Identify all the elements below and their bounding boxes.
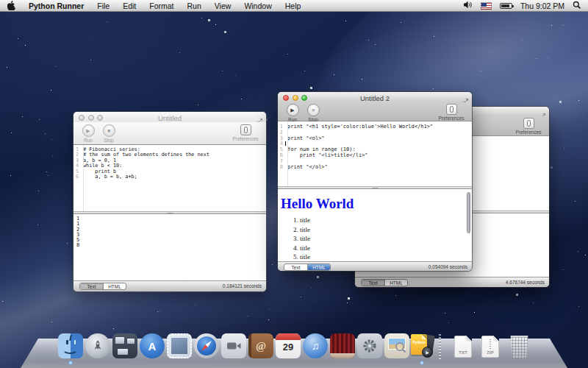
output-pane: 1 1 2 3 5 8 bbox=[74, 214, 266, 280]
spotlight-icon[interactable] bbox=[573, 1, 581, 11]
apple-menu-icon[interactable] bbox=[0, 1, 22, 10]
segment-text[interactable]: Text bbox=[284, 264, 307, 270]
preferences-icon bbox=[240, 124, 251, 135]
play-icon: ▶ bbox=[287, 104, 299, 116]
stop-icon: ■ bbox=[307, 104, 320, 116]
output-line: 8 bbox=[76, 243, 266, 248]
list-item: title bbox=[300, 244, 472, 252]
preferences-button[interactable]: Preferences bbox=[435, 104, 467, 121]
toolbar: ▶ Run ■ Stop Preferences bbox=[278, 102, 472, 121]
toolbar: ▶ Run ■ Stop Preferences bbox=[74, 122, 266, 145]
run-time-status: 4.676744 seconds bbox=[506, 280, 545, 285]
code-line: 8print "</ol>" bbox=[278, 165, 472, 171]
preview-icon[interactable] bbox=[384, 333, 409, 358]
html-ordered-list: title title title title title title bbox=[288, 216, 472, 261]
window-title: Untitled bbox=[74, 114, 266, 122]
run-button[interactable]: ▶ Run bbox=[282, 104, 304, 122]
photo-booth-icon[interactable] bbox=[330, 333, 355, 358]
launchpad-icon[interactable] bbox=[85, 333, 110, 358]
window-untitled: Untitled ▶ Run ■ Stop Preferences 1# Fib… bbox=[74, 112, 266, 291]
stop-icon: ■ bbox=[103, 124, 115, 137]
code-line: 6 print "<li>title</li>" bbox=[278, 153, 472, 159]
run-button[interactable]: ▶ Run bbox=[77, 124, 99, 143]
play-icon: ▶ bbox=[82, 124, 95, 137]
html-output-pane: Hello World title title title title titl… bbox=[278, 189, 472, 261]
preferences-button[interactable]: Preferences bbox=[229, 124, 262, 141]
finder-icon[interactable] bbox=[58, 333, 83, 358]
output-line: 1 bbox=[76, 216, 266, 222]
menu-edit[interactable]: Edit bbox=[116, 1, 143, 10]
safari-icon[interactable] bbox=[194, 333, 219, 358]
list-item: title bbox=[300, 253, 472, 261]
menu-format[interactable]: Format bbox=[143, 1, 180, 10]
bottom-bar: Text HTML 0.184121 seconds bbox=[74, 280, 266, 291]
code-line: 3print "<ol>" bbox=[278, 136, 472, 142]
mail-icon[interactable] bbox=[167, 333, 192, 358]
itunes-icon[interactable]: ♫ bbox=[303, 333, 328, 358]
menu-bar: Python Runner File Edit Format Run View … bbox=[0, 0, 588, 12]
facetime-icon[interactable] bbox=[221, 333, 246, 358]
html-heading: Hello World bbox=[281, 196, 472, 212]
code-line: 1print "<h1 style='color:blue'>Hello Wor… bbox=[278, 124, 472, 130]
menu-window[interactable]: Window bbox=[237, 1, 278, 10]
code-line: 6 a, b = b, a+b; bbox=[74, 174, 266, 180]
segment-html[interactable]: HTML bbox=[307, 264, 330, 270]
menu-help[interactable]: Help bbox=[279, 1, 308, 10]
stop-button[interactable]: ■ Stop bbox=[302, 104, 324, 122]
titlebar[interactable]: Untitled 2 bbox=[278, 92, 472, 102]
segment-text[interactable]: Text bbox=[80, 283, 103, 289]
run-time-status: 0.184121 seconds bbox=[223, 283, 262, 289]
contacts-icon[interactable]: @ bbox=[248, 333, 273, 358]
volume-icon[interactable] bbox=[463, 1, 473, 10]
window-title: Untitled 2 bbox=[278, 94, 472, 102]
list-item: title bbox=[300, 226, 472, 233]
segment-html[interactable]: HTML bbox=[103, 283, 126, 289]
bottom-bar: Text HTML 0.054094 seconds bbox=[278, 261, 472, 271]
play-badge-icon: ▶ bbox=[422, 347, 433, 358]
menu-clock[interactable]: Thu 9:02 PM bbox=[520, 1, 564, 10]
scrollbar-thumb[interactable] bbox=[467, 192, 470, 233]
app-menu-title[interactable]: Python Runner bbox=[22, 1, 90, 10]
titlebar[interactable]: Untitled bbox=[74, 112, 266, 122]
output-mode-segmented-control: Text HTML bbox=[361, 279, 408, 286]
stop-button[interactable]: ■ Stop bbox=[98, 124, 120, 143]
preferences-icon bbox=[523, 118, 534, 129]
output-line: 5 bbox=[76, 238, 266, 243]
code-editor[interactable]: 1# Fibonacci series: 2# the sum of two e… bbox=[74, 145, 266, 211]
output-mode-segmented-control: Text HTML bbox=[79, 283, 126, 290]
list-item: title bbox=[300, 216, 472, 224]
menu-file[interactable]: File bbox=[90, 1, 116, 10]
output-mode-segmented-control: Text HTML bbox=[284, 263, 331, 271]
app-store-icon[interactable]: A bbox=[140, 333, 165, 358]
system-preferences-icon[interactable] bbox=[357, 333, 382, 358]
menu-run[interactable]: Run bbox=[181, 1, 208, 10]
segment-text[interactable]: Text bbox=[362, 280, 384, 286]
preferences-icon bbox=[446, 104, 457, 115]
python-runner-icon[interactable]: Python ▶ bbox=[409, 333, 434, 358]
preferences-button[interactable]: Preferences bbox=[512, 118, 545, 135]
mission-control-icon[interactable] bbox=[112, 333, 137, 358]
output-line: 2 bbox=[76, 227, 266, 233]
list-item: title bbox=[300, 235, 472, 242]
segment-html[interactable]: HTML bbox=[384, 280, 407, 286]
bottom-bar: Text HTML 4.676744 seconds bbox=[355, 277, 549, 287]
run-time-status: 0.054094 seconds bbox=[429, 264, 467, 269]
output-line: 1 bbox=[76, 222, 266, 227]
battery-icon[interactable] bbox=[500, 3, 512, 9]
input-source-flag-icon[interactable] bbox=[481, 2, 492, 10]
window-untitled-2: Untitled 2 ▶ Run ■ Stop Preferences 1pri… bbox=[278, 92, 472, 271]
output-line: 3 bbox=[76, 233, 266, 238]
code-editor[interactable]: 1print "<h1 style='color:blue'>Hello Wor… bbox=[278, 121, 472, 186]
calendar-icon[interactable]: 29 bbox=[276, 333, 301, 358]
menu-view[interactable]: View bbox=[208, 1, 238, 10]
